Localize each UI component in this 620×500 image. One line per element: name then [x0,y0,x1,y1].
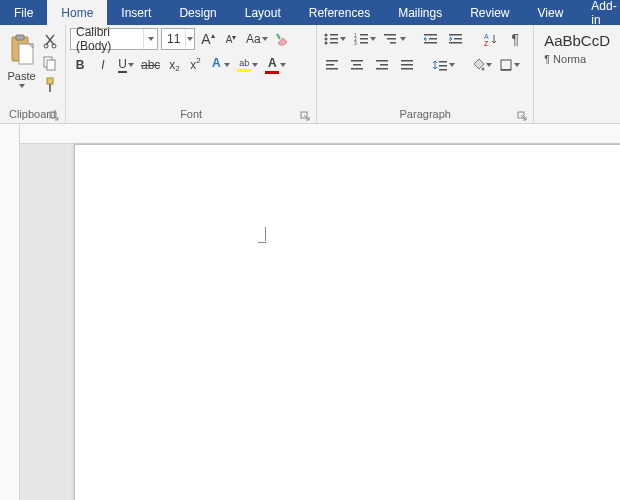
style-name: ¶ Norma [544,53,610,65]
document-workspace [0,124,620,500]
text-effects-button[interactable]: A [207,54,232,76]
shading-button[interactable] [469,54,494,76]
align-right-button[interactable] [371,54,393,76]
svg-rect-34 [326,60,338,62]
svg-rect-36 [326,68,338,70]
sort-icon: AZ [483,32,497,46]
subscript-button[interactable]: x2 [165,54,183,76]
font-size-combo[interactable]: 11 [161,28,195,50]
tab-layout[interactable]: Layout [231,0,295,25]
tab-view[interactable]: View [524,0,578,25]
svg-rect-43 [401,60,413,62]
font-name-combo[interactable]: Calibri (Body) [70,28,158,50]
paste-dropdown-icon [19,84,25,88]
change-case-button[interactable]: Aa [244,28,270,50]
style-preview: AaBbCcD [544,32,610,49]
justify-button[interactable] [396,54,418,76]
italic-button[interactable]: I [93,54,113,76]
shrink-font-button[interactable]: A▾ [221,28,241,50]
tab-file[interactable]: File [0,0,47,25]
scissors-icon [43,33,57,49]
superscript-button[interactable]: x2 [186,54,204,76]
svg-rect-50 [501,60,511,70]
group-paragraph: 123 AZ ¶ [317,25,534,123]
highlight-button[interactable]: ab [235,54,260,76]
svg-rect-31 [449,42,462,44]
svg-rect-30 [454,38,462,40]
eraser-icon [275,31,291,47]
increase-indent-button[interactable] [445,28,467,50]
svg-point-49 [482,68,485,71]
tab-insert[interactable]: Insert [107,0,165,25]
svg-rect-39 [351,68,363,70]
bullets-button[interactable] [321,28,348,50]
outdent-icon [423,32,439,46]
svg-rect-26 [424,34,437,36]
svg-rect-46 [439,61,447,63]
multilevel-list-button[interactable] [381,28,408,50]
line-spacing-icon [432,58,448,72]
tab-mailings[interactable]: Mailings [384,0,456,25]
underline-button[interactable]: U [116,54,136,76]
borders-icon [499,58,513,72]
numbering-icon: 123 [353,32,369,46]
show-hide-button[interactable]: ¶ [504,28,526,50]
svg-rect-8 [49,84,51,92]
text-cursor [258,227,266,243]
group-clipboard: Paste Clipboard [0,25,66,123]
indent-icon [448,32,464,46]
svg-rect-22 [360,42,368,44]
clear-formatting-button[interactable] [273,28,293,50]
decrease-indent-button[interactable] [420,28,442,50]
strikethrough-button[interactable]: abc [139,54,162,76]
group-font: Calibri (Body) 11 A▴ A▾ Aa B [66,25,317,123]
group-font-label: Font [180,108,202,120]
chevron-down-icon [280,63,286,67]
tab-addins[interactable]: Add-in [577,0,620,25]
sort-button[interactable]: AZ [479,28,501,50]
svg-point-13 [325,38,328,41]
ribbon: Paste Clipboard [0,25,620,124]
tab-review[interactable]: Review [456,0,523,25]
format-painter-button[interactable] [41,76,59,94]
paste-button[interactable]: Paste [4,28,39,105]
cut-button[interactable] [41,32,59,50]
horizontal-ruler-gutter [20,124,620,144]
align-center-button[interactable] [346,54,368,76]
paragraph-dialog-launcher[interactable] [517,111,527,121]
font-name-value: Calibri (Body) [71,25,143,53]
bold-button[interactable]: B [70,54,90,76]
svg-rect-41 [380,64,388,66]
svg-rect-18 [360,34,368,36]
svg-rect-38 [353,64,361,66]
tab-home[interactable]: Home [47,0,107,25]
align-center-icon [350,59,364,71]
svg-rect-24 [387,38,396,40]
tab-references[interactable]: References [295,0,384,25]
clipboard-icon [9,34,35,66]
document-page[interactable] [74,144,620,500]
svg-rect-2 [19,44,33,64]
copy-icon [42,55,58,71]
numbering-button[interactable]: 123 [351,28,378,50]
align-left-button[interactable] [321,54,343,76]
bullets-icon [323,32,339,46]
grow-font-button[interactable]: A▴ [198,28,218,50]
font-dialog-launcher[interactable] [300,111,310,121]
tab-design[interactable]: Design [165,0,230,25]
chevron-down-icon [224,63,230,67]
borders-button[interactable] [497,54,522,76]
svg-point-15 [325,42,328,45]
font-color-button[interactable]: A [263,54,288,76]
copy-button[interactable] [41,54,59,72]
svg-rect-16 [330,42,338,44]
ribbon-tabs: File Home Insert Design Layout Reference… [0,0,620,25]
svg-rect-45 [401,68,413,70]
clipboard-dialog-launcher[interactable] [49,111,59,121]
svg-text:3: 3 [354,40,357,46]
style-normal[interactable]: AaBbCcD ¶ Norma [538,28,616,105]
svg-point-11 [325,34,328,37]
line-spacing-button[interactable] [430,54,457,76]
pilcrow-icon: ¶ [512,31,520,47]
chevron-down-icon [187,37,193,41]
